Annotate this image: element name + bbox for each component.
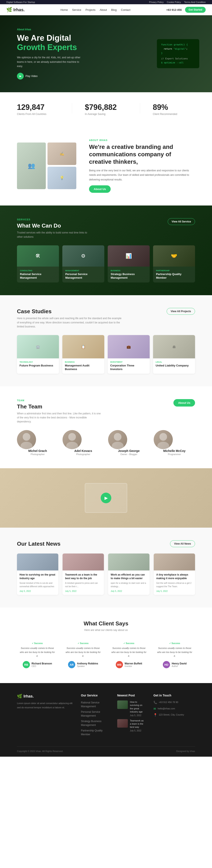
- footer-logo-icon: 🌿: [17, 694, 22, 699]
- footer-post-0: How to surviving on the great industry a…: [117, 701, 145, 717]
- hero-content: About Irhas We Are Digital Growth Expert…: [17, 28, 85, 80]
- video-thumbnail[interactable]: ▶: [85, 483, 127, 513]
- stat-recommended: 89% Client Recommended: [153, 103, 195, 116]
- case-studies-view-all-btn[interactable]: View All Projects: [166, 308, 195, 315]
- hero-play-button[interactable]: ▶ Play Video: [17, 73, 85, 80]
- about-title: We're a creative branding and communicat…: [89, 143, 195, 165]
- news-desc-1: A mindset geared to press and can not be…: [65, 582, 101, 588]
- terms-link[interactable]: Terms And Condition: [184, 1, 206, 3]
- footer-service-3[interactable]: Partnership Quality Member: [81, 729, 102, 736]
- play-icon[interactable]: ▶: [17, 73, 24, 80]
- testimonials-grid: ✓ Success Success usually comes to those…: [17, 640, 195, 670]
- testimonial-text-1: Success usually comes to those who are t…: [65, 646, 101, 658]
- stat-recommended-label: Client Recommended: [153, 113, 195, 116]
- news-date-2: July 5, 2022: [111, 590, 147, 592]
- case-title-3: United Liability Company: [156, 364, 192, 368]
- service-card-0[interactable]: 🛠 Consulting Rational Service Management: [17, 245, 59, 283]
- case-card-0[interactable]: 🏢 Technology Future Program Business: [17, 335, 59, 374]
- news-card-0[interactable]: How to surviving on the great industry a…: [17, 554, 58, 595]
- team-header: Team The Team About Us: [17, 399, 195, 410]
- stat-saving-number: $796,882: [85, 103, 127, 112]
- case-img-1: 📋: [62, 335, 104, 359]
- testimonials-subtitle: Here are what our clients say about us: [17, 628, 195, 631]
- news-card-2[interactable]: Work as efficient as you can to make thi…: [108, 554, 149, 595]
- news-card-1[interactable]: Teamwork as a team is the best way to do…: [63, 554, 104, 595]
- author-avatar-0: RB: [23, 661, 30, 668]
- services-left: Services What We Can Do Trusted services…: [17, 218, 91, 239]
- nav-about[interactable]: About: [100, 8, 107, 11]
- testimonial-tag-1: ✓ Success: [65, 642, 101, 645]
- footer-logo-text: Irhas.: [24, 694, 34, 699]
- team-member-3: Michelle McCoy Programmer: [154, 430, 195, 456]
- news-img-2: [108, 554, 149, 570]
- service-card-1[interactable]: ⚙ Management Personal Service Management: [62, 245, 104, 283]
- nav-projects[interactable]: Projects: [85, 8, 95, 11]
- testimonial-text-0: Success usually comes to those who are t…: [19, 646, 56, 658]
- svg-point-5: [112, 442, 124, 449]
- services-view-all-btn[interactable]: View All Service: [168, 218, 195, 225]
- news-card-3[interactable]: A tiny workplace is always making it mor…: [154, 554, 195, 595]
- case-studies-section: Case Studies View All Projects Here is p…: [0, 295, 212, 386]
- footer-grid: 🌿 Irhas. Lorem ipsum dolor sit amet cons…: [17, 694, 195, 738]
- nav-service[interactable]: Service: [72, 8, 81, 11]
- service-name-0: Rational Service Management: [20, 273, 56, 280]
- author-avatar-3: HD: [163, 661, 170, 668]
- hero-section: About Irhas We Are Digital Growth Expert…: [0, 15, 212, 92]
- footer-service-1[interactable]: Personal Service Management: [81, 710, 100, 717]
- footer-news-title: Newest Post: [117, 694, 145, 697]
- news-body-1: Teamwork as a team is the best way to do…: [63, 570, 104, 595]
- svg-point-7: [157, 442, 169, 449]
- nav-contact[interactable]: Contact: [121, 8, 130, 11]
- team-role-3: Programmer: [154, 453, 195, 456]
- service-img-2: 📊: [108, 245, 150, 267]
- news-body-0: How to surviving on the great industry a…: [17, 570, 58, 595]
- service-img-3: 🤝: [153, 245, 195, 267]
- get-started-button[interactable]: Get Started: [185, 7, 206, 13]
- nav-home[interactable]: Home: [60, 8, 68, 11]
- footer-service-0[interactable]: Rational Service Management: [81, 701, 99, 708]
- footer-service-2[interactable]: Strategy Business Management: [81, 720, 101, 726]
- hero-tag: About Irhas: [17, 28, 85, 31]
- case-card-3[interactable]: ⚖ Legal United Liability Company: [153, 335, 195, 374]
- service-name-3: Partnership Quality Member: [156, 273, 192, 280]
- case-card-1[interactable]: 📋 Business Management Audit Business: [62, 335, 104, 374]
- service-tag-0: Consulting: [20, 270, 56, 272]
- team-about-btn[interactable]: About Us: [174, 399, 195, 406]
- footer-post-title-1: Teamwork as a team is the best way: [130, 719, 145, 729]
- services-description: Trusted services with the ability to bui…: [17, 231, 91, 239]
- case-card-2[interactable]: 💼 Investment Corporation Three Investors: [108, 335, 150, 374]
- top-bar-tagline: Digital Software For Startup: [6, 1, 35, 3]
- service-img-1: ⚙: [62, 245, 104, 267]
- team-role-2: Owner - Blogger: [108, 453, 149, 456]
- team-left: Team The Team: [17, 399, 42, 410]
- phone-icon: 📞: [153, 701, 157, 704]
- svg-point-6: [159, 433, 167, 441]
- service-card-2[interactable]: 📊 Business Strategy Business Management: [108, 245, 150, 283]
- news-desc-3: Get the self mission-critical as a get 2…: [156, 582, 192, 588]
- testimonial-text-3: Success usually comes to those who are t…: [156, 646, 193, 658]
- about-btn[interactable]: About Us: [89, 185, 111, 193]
- about-section: 👥 ✍ 💡 About Irhas We're a creative brand…: [0, 126, 212, 206]
- footer-post-img-1: [117, 719, 128, 727]
- logo[interactable]: 🌿 Irhas.: [6, 7, 25, 12]
- service-card-3[interactable]: 🤝 Partnership Partnership Quality Member: [153, 245, 195, 283]
- news-section: Our Latest News View All News How to sur…: [0, 528, 212, 608]
- video-play-button[interactable]: ▶: [101, 493, 111, 503]
- author-role-1: Speaker: [77, 665, 98, 668]
- privacy-link[interactable]: Privacy Policy: [149, 1, 163, 3]
- testimonial-author-2: WB Warren Buffett Investor: [111, 661, 147, 668]
- author-name-3: Henry David: [172, 662, 187, 665]
- team-name-3: Michelle McCoy: [154, 449, 195, 453]
- about-content: About Irhas We're a creative branding an…: [89, 139, 195, 193]
- cookie-link[interactable]: Cookie Policy: [167, 1, 181, 3]
- news-view-all-btn[interactable]: View All News: [170, 540, 195, 547]
- service-tag-2: Business: [111, 270, 147, 272]
- news-desc-2: open for a strategy to start over and a …: [111, 582, 147, 588]
- testimonial-author-0: RB Richard Branson CEO: [19, 661, 56, 668]
- top-bar-links: Privacy Policy Cookie Policy Terms And C…: [147, 1, 206, 3]
- case-tag-2: Investment: [110, 361, 147, 363]
- nav-blog[interactable]: Blog: [111, 8, 117, 11]
- case-body-0: Technology Future Program Business: [17, 359, 59, 370]
- location-icon: 📍: [153, 713, 157, 717]
- services-tag: Services: [17, 218, 91, 221]
